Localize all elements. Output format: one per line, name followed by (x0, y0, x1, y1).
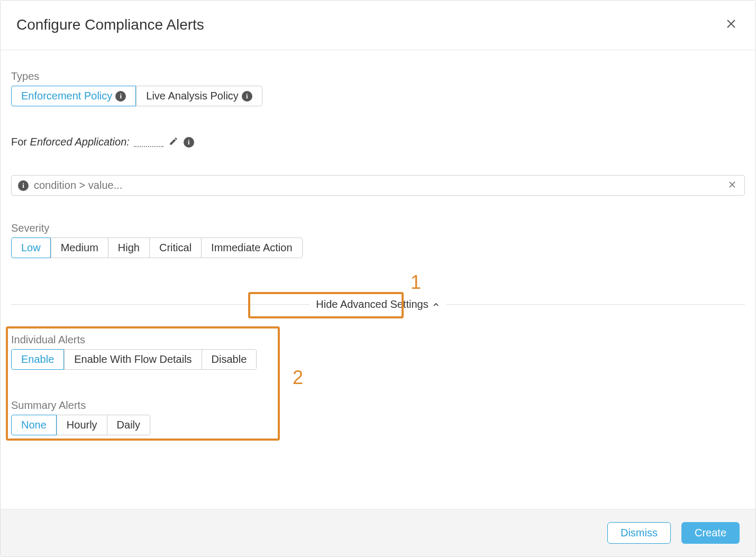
severity-high[interactable]: High (108, 238, 150, 258)
condition-input-wrapper[interactable]: i (11, 175, 745, 196)
individual-alerts-group: Enable Enable With Flow Details Disable (11, 349, 257, 370)
info-icon: i (242, 91, 252, 102)
type-live-analysis-policy[interactable]: Live Analysis Policy i (136, 86, 262, 106)
condition-input[interactable] (34, 179, 721, 191)
pencil-icon (169, 136, 178, 146)
summary-none[interactable]: None (11, 415, 57, 435)
severity-label: Severity (11, 222, 745, 234)
info-icon: i (184, 137, 194, 148)
individual-alerts-label: Individual Alerts (11, 334, 745, 346)
severity-medium[interactable]: Medium (51, 238, 108, 258)
info-icon: i (115, 91, 126, 102)
close-button[interactable] (723, 15, 740, 34)
severity-group: Low Medium High Critical Immediate Actio… (11, 238, 303, 258)
for-label: For Enforced Application: (11, 136, 130, 148)
modal-header: Configure Compliance Alerts (1, 1, 755, 50)
modal-footer: Dismiss Create (1, 509, 755, 556)
advanced-toggle-label: Hide Advanced Settings (316, 298, 428, 311)
severity-section: Severity Low Medium High Critical Immedi… (11, 222, 745, 258)
individual-disable[interactable]: Disable (202, 349, 257, 370)
types-label: Types (11, 70, 745, 83)
summary-alerts-section: Summary Alerts None Hourly Daily (11, 399, 745, 435)
modal-body: Types Enforcement Policy i Live Analysis… (1, 50, 755, 467)
type-option-label: Enforcement Policy (21, 90, 112, 102)
info-icon: i (18, 180, 29, 191)
clear-condition-button[interactable] (726, 179, 738, 192)
application-name-slot[interactable] (134, 138, 163, 147)
types-group: Enforcement Policy i Live Analysis Polic… (11, 86, 262, 106)
modal-title: Configure Compliance Alerts (16, 16, 204, 33)
type-enforcement-policy[interactable]: Enforcement Policy i (11, 86, 136, 106)
summary-daily[interactable]: Daily (107, 415, 150, 435)
individual-enable[interactable]: Enable (11, 349, 64, 370)
edit-application-button[interactable] (168, 135, 179, 149)
severity-low[interactable]: Low (11, 238, 51, 258)
type-option-label: Live Analysis Policy (146, 90, 239, 102)
annotation-number-1: 1 (411, 271, 421, 294)
severity-critical[interactable]: Critical (150, 238, 202, 258)
advanced-settings-block: Individual Alerts Enable Enable With Flo… (11, 334, 745, 435)
chevron-up-icon (432, 300, 440, 309)
summary-hourly[interactable]: Hourly (57, 415, 107, 435)
types-section: Types Enforcement Policy i Live Analysis… (11, 70, 745, 106)
close-icon (725, 17, 737, 30)
advanced-divider: Hide Advanced Settings (11, 295, 745, 314)
divider-left (11, 304, 309, 305)
severity-immediate-action[interactable]: Immediate Action (202, 238, 302, 258)
advanced-settings-toggle[interactable]: Hide Advanced Settings (309, 295, 446, 314)
summary-alerts-label: Summary Alerts (11, 399, 745, 412)
close-icon (727, 180, 737, 189)
summary-alerts-group: None Hourly Daily (11, 415, 150, 435)
dismiss-button[interactable]: Dismiss (607, 522, 671, 544)
individual-enable-with-flow-details[interactable]: Enable With Flow Details (64, 349, 202, 370)
divider-right (447, 304, 745, 305)
individual-alerts-section: Individual Alerts Enable Enable With Flo… (11, 334, 745, 370)
enforced-application-row: For Enforced Application: i (11, 135, 745, 149)
create-button[interactable]: Create (681, 522, 740, 544)
